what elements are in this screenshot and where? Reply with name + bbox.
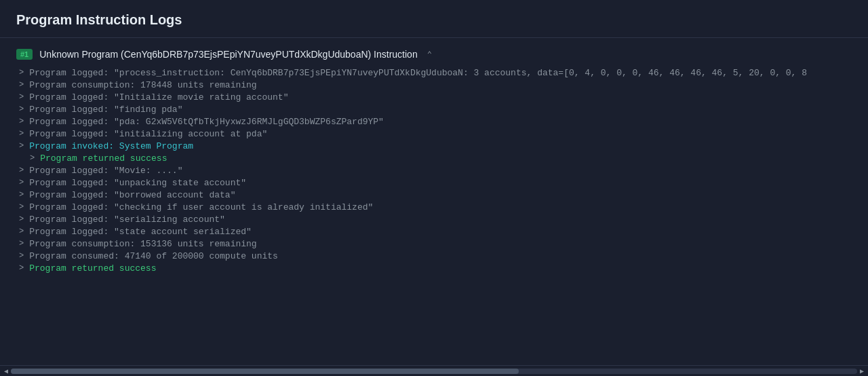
log-lines: >Program logged: "process_instruction: C… [16,67,852,274]
log-line: >Program invoked: System Program [16,140,852,152]
log-arrow-icon: > [16,105,24,114]
scrollbar-track[interactable] [11,369,857,374]
log-line: >Program consumed: 47140 of 200000 compu… [16,250,852,262]
log-arrow-icon: > [16,117,24,126]
log-text: Program logged: "initializing account at… [29,129,267,139]
scroll-left-icon[interactable]: ◀ [1,367,11,375]
log-text: Program logged: "unpacking state account… [29,178,246,188]
log-line: >Program returned success [16,262,852,274]
log-text: Program invoked: System Program [29,141,193,151]
instruction-block: #1 Unknown Program (CenYq6bDRB7p73EjsPEp… [16,49,852,274]
log-arrow-icon: > [16,166,24,175]
log-line: >Program consumption: 178448 units remai… [16,79,852,91]
log-text: Program logged: "borrowed account data" [29,190,235,200]
log-line: >Program logged: "Initialize movie ratin… [16,91,852,103]
log-arrow-icon: > [16,227,24,236]
log-text: Program logged: "serializing account" [29,214,225,225]
log-text: Program logged: "finding pda" [29,105,182,115]
scrollbar-thumb[interactable] [11,369,519,374]
log-arrow-icon: > [16,214,24,224]
log-text: Program consumption: 153136 units remain… [29,239,256,249]
log-arrow-icon: > [16,202,24,212]
log-text: Program returned success [29,263,156,274]
log-text: Program logged: "checking if user accoun… [29,202,373,212]
log-arrow-icon: > [16,239,24,248]
log-panel: #1 Unknown Program (CenYq6bDRB7p73EjsPEp… [0,38,868,365]
log-text: Program logged: "state account serialize… [29,227,252,237]
log-text: Program returned success [40,153,167,164]
log-line: >Program logged: "state account serializ… [16,225,852,238]
log-text: Program logged: "Movie: ...." [29,166,182,176]
log-line: >Program logged: "initializing account a… [16,128,852,140]
instruction-title: Unknown Program (CenYq6bDRB7p73EjsPEpiYN… [39,49,417,60]
log-line: >Program logged: "checking if user accou… [16,201,852,213]
log-arrow-icon: > [16,190,24,200]
page-title: Program Instruction Logs [16,12,852,28]
log-line: >Program logged: "serializing account" [16,213,852,225]
log-line: >Program logged: "borrowed account data" [16,189,852,201]
log-line: >Program logged: "finding pda" [16,103,852,115]
log-text: Program logged: "Initialize movie rating… [29,92,288,102]
log-arrow-icon: > [16,251,24,261]
page-container: Program Instruction Logs #1 Unknown Prog… [0,0,868,376]
log-arrow-icon: > [16,68,24,77]
log-arrow-icon: > [16,153,35,163]
log-line: >Program logged: "process_instruction: C… [16,67,852,79]
collapse-icon[interactable]: ⌃ [427,50,432,60]
log-line: >Program logged: "pda: G2xW5V6tQfbTkjHyx… [16,115,852,128]
log-line: >Program returned success [16,152,852,164]
log-arrow-icon: > [16,263,24,273]
instruction-badge: #1 [16,49,33,60]
scrollbar-area: ◀ ▶ [0,365,868,376]
log-arrow-icon: > [16,178,24,187]
log-text: Program consumption: 178448 units remain… [29,80,256,90]
log-text: Program logged: "process_instruction: Ce… [29,68,807,78]
log-text: Program consumed: 47140 of 200000 comput… [29,251,278,261]
log-line: >Program logged: "Movie: ...." [16,164,852,176]
scroll-right-icon[interactable]: ▶ [857,367,867,375]
instruction-header: #1 Unknown Program (CenYq6bDRB7p73EjsPEp… [16,49,852,60]
log-arrow-icon: > [16,129,24,138]
log-text: Program logged: "pda: G2xW5V6tQfbTkjHyxw… [29,117,384,127]
log-arrow-icon: > [16,80,24,90]
log-line: >Program logged: "unpacking state accoun… [16,176,852,189]
page-header: Program Instruction Logs [0,0,868,38]
log-arrow-icon: > [16,92,24,102]
log-line: >Program consumption: 153136 units remai… [16,238,852,250]
log-arrow-icon: > [16,141,24,151]
